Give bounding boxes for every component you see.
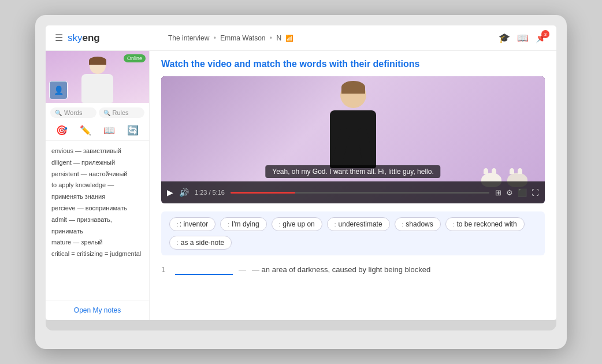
- progress-bar[interactable]: [231, 192, 489, 194]
- pin-icon[interactable]: 📌 3: [536, 32, 547, 43]
- vocab-item-7: mature — зрелый: [51, 237, 143, 248]
- open-notes-link[interactable]: Open My notes: [46, 300, 149, 320]
- search-row: 🔍 Words 🔍 Rules: [46, 103, 149, 122]
- vp-body: [330, 110, 376, 168]
- top-nav: ☰ skyeng The interview • Emma Watson • N…: [46, 25, 556, 51]
- vocab-list: envious — завистливый diligent — прилежн…: [46, 141, 149, 300]
- chip-0[interactable]: : : inventor: [169, 217, 215, 231]
- vp-head: [340, 82, 366, 108]
- pin-badge: 3: [541, 30, 549, 38]
- online-badge: Online: [124, 54, 146, 62]
- tool-row: 🎯 ✏️ 📖 🔄: [46, 122, 149, 141]
- chip-3[interactable]: : underestimate: [327, 217, 390, 231]
- subtitle-toggle-icon[interactable]: ⊞: [495, 188, 501, 197]
- chips-area: : : inventor : I'm dying : give up on: [161, 211, 545, 255]
- def-blank-1[interactable]: [175, 263, 233, 275]
- vocab-item-8: critical = critisizing = judgmental: [51, 248, 143, 260]
- settings-icon[interactable]: ⚙: [506, 188, 513, 197]
- video-time: 1:23 / 5:16: [195, 189, 225, 196]
- brand-logo: skyeng: [68, 32, 100, 44]
- volume-button[interactable]: 🔊: [179, 188, 189, 197]
- search-rules-icon: 🔍: [103, 110, 110, 116]
- content-body: Watch the video and match the words with…: [150, 51, 556, 320]
- vp-arm-left: [330, 127, 351, 169]
- chip-2[interactable]: : give up on: [272, 217, 322, 231]
- sidebar: Online 👤 🔍 Words 🔍 Rules: [46, 51, 150, 320]
- nav-left: ☰ skyeng: [55, 32, 159, 44]
- lesson-info: The interview • Emma Watson • N 📶: [159, 34, 499, 42]
- hat-icon[interactable]: 🎓: [499, 32, 510, 43]
- hamburger-icon[interactable]: ☰: [55, 32, 63, 43]
- chip-1[interactable]: : I'm dying: [220, 217, 266, 231]
- header-icons: 🎓 📖 📌 3: [499, 32, 547, 43]
- play-button[interactable]: ▶: [167, 188, 173, 197]
- def-row-1: 1 — — an area of darkness, caused by lig…: [161, 263, 545, 275]
- def-text-1: — an area of darkness, caused by light b…: [252, 265, 430, 274]
- tool-refresh-icon[interactable]: 🔄: [127, 125, 139, 136]
- vp-hair: [341, 81, 365, 94]
- task-title: Watch the video and match the words with…: [161, 59, 545, 69]
- laptop-outer: ☰ skyeng The interview • Emma Watson • N…: [35, 15, 567, 349]
- chip-6[interactable]: : as a side-note: [169, 236, 232, 250]
- vp-arm-right: [356, 127, 374, 169]
- tool-target-icon[interactable]: 🎯: [56, 125, 68, 136]
- pip-icon[interactable]: ⬛: [518, 188, 527, 197]
- vocab-item-2: diligent — прилежный: [51, 157, 143, 169]
- main-area: Online 👤 🔍 Words 🔍 Rules: [46, 51, 556, 320]
- laptop-base: [46, 320, 556, 330]
- chip-4[interactable]: : shadows: [395, 217, 441, 231]
- vocab-item-5: percieve — воспринимать: [51, 203, 143, 214]
- vocab-item-4: to apply knowledge — применять знания: [51, 180, 143, 203]
- subtitle-bar: Yeah, oh my God. I want them all. Hi, li…: [265, 165, 440, 178]
- video-player[interactable]: Yeah, oh my God. I want them all. Hi, li…: [161, 76, 545, 203]
- content-area: Watch the video and match the words with…: [150, 51, 556, 320]
- book-icon[interactable]: 📖: [517, 32, 529, 43]
- fullscreen-icon[interactable]: ⛶: [532, 188, 539, 197]
- vocab-item-1: envious — завистливый: [51, 146, 143, 157]
- ctrl-icons-right: ⊞ ⚙ ⬛ ⛶: [495, 188, 539, 197]
- video-thumbnail: Online 👤: [46, 51, 149, 103]
- search-words-box[interactable]: 🔍 Words: [50, 107, 96, 118]
- small-avatar: 👤: [49, 81, 68, 99]
- vocab-item-3: persistent — настойчивый: [51, 169, 143, 180]
- tool-pencil-icon[interactable]: ✏️: [80, 125, 91, 136]
- search-rules-box[interactable]: 🔍 Rules: [99, 107, 145, 118]
- laptop-screen: ☰ skyeng The interview • Emma Watson • N…: [46, 25, 556, 320]
- chip-5[interactable]: : to be reckoned with: [445, 217, 525, 231]
- video-controls: ▶ 🔊 1:23 / 5:16 ⊞ ⚙ ⬛ ⛶: [161, 181, 545, 203]
- def-num-1: 1: [161, 265, 169, 274]
- tool-book-icon[interactable]: 📖: [103, 125, 115, 136]
- progress-fill: [231, 192, 295, 194]
- search-words-icon: 🔍: [55, 110, 62, 116]
- vocab-item-6: admit — признавать, принимать: [51, 214, 143, 237]
